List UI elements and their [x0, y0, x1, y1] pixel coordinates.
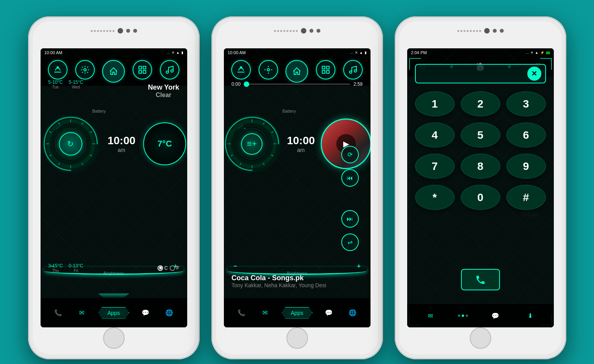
grid-icon-2 — [321, 65, 330, 74]
svg-point-24 — [240, 67, 242, 68]
home-button-2[interactable] — [286, 327, 308, 349]
wifi-2: ▲ — [360, 51, 363, 55]
dock-browser-1[interactable]: 🌐 — [162, 306, 177, 320]
sp-d3 — [470, 30, 472, 32]
weather-display: New York Clear — [148, 83, 179, 99]
svg-rect-4 — [139, 71, 142, 73]
sp-d3 — [476, 30, 478, 32]
dock-phone-2[interactable]: 📞 — [234, 306, 249, 320]
sensor-dot-5 — [493, 29, 496, 33]
forecast-label-2: Wed — [69, 85, 83, 89]
status-bar-3: 2:04 PM ... ✕ ▲ ⚡ ▮▮ — [407, 48, 554, 57]
sensor-dot-2 — [133, 29, 137, 33]
key-0[interactable]: 0 — [461, 185, 500, 210]
speaker-dot — [100, 30, 102, 32]
nav-music[interactable] — [160, 60, 179, 80]
celsius-radio[interactable]: C — [158, 265, 168, 271]
status-time-3: 2:04 PM — [411, 50, 427, 55]
home-button-1[interactable] — [103, 327, 124, 349]
svg-point-7 — [171, 70, 173, 72]
dock-phone-1[interactable]: 📞 — [51, 306, 66, 320]
brightness-plus-2[interactable]: + — [357, 263, 360, 270]
bottom-dock-2: 📞 ✉ Apps 💬 🌐 — [224, 298, 371, 327]
key-hash[interactable]: # — [506, 185, 546, 210]
speaker-dot — [94, 30, 96, 32]
sp-d — [283, 30, 285, 32]
keypad: 1 2 3 4 5 6 7 8 9 * 0 # — [415, 91, 546, 210]
celsius-label: C — [164, 265, 168, 271]
status-icons: ... ✕ ▲ ▮ — [167, 51, 183, 55]
clear-button[interactable]: ✕ — [527, 67, 541, 81]
nav-grid-2[interactable] — [316, 60, 335, 80]
forecast-temp-1: 5-10°C — [48, 80, 63, 85]
phone-screen-3: 2:04 PM ... ✕ ▲ ⚡ ▮▮ ⚙ 🏠 — [407, 48, 554, 327]
key-9[interactable]: 9 — [506, 154, 546, 179]
key-2[interactable]: 2 — [461, 91, 500, 117]
key-6[interactable]: 6 — [506, 122, 546, 148]
dialer-input-field[interactable]: ✕ — [415, 64, 546, 83]
brightness-minus-2[interactable]: − — [234, 263, 237, 270]
nav-grid[interactable] — [133, 60, 152, 80]
dock-message-2[interactable]: 💬 — [321, 306, 336, 320]
clock-display-1: 10:00 am — [108, 134, 136, 153]
forecast-label-thu: Thu — [48, 269, 63, 273]
nav-music-2[interactable] — [343, 60, 363, 80]
repeat-btn[interactable]: ⟳ — [341, 146, 359, 163]
refresh-btn[interactable]: ↻ — [59, 132, 82, 155]
progress-track[interactable] — [244, 83, 350, 85]
sp-d3 — [457, 30, 459, 32]
svg-point-1 — [84, 69, 86, 71]
prev-btn[interactable]: ⏮ — [341, 169, 359, 187]
svg-point-0 — [57, 67, 59, 68]
dock-email-2[interactable]: ✉ — [258, 306, 273, 320]
dock-browser-2[interactable]: 🌐 — [345, 306, 360, 320]
signal-3: ... — [526, 51, 529, 55]
forecast-fri: 0-13°C Fri — [69, 263, 83, 273]
dot-b2 — [462, 315, 464, 317]
dock-download-3[interactable]: ⬇ — [523, 308, 538, 323]
dock-apps-btn-1[interactable]: Apps — [98, 307, 129, 319]
fahrenheit-radio[interactable]: F — [170, 265, 179, 271]
status-time-2: 10:00 AM — [228, 50, 246, 55]
dock-apps-btn-2[interactable]: Apps — [281, 307, 312, 319]
sp-d3 — [466, 30, 468, 32]
key-star[interactable]: * — [415, 185, 455, 210]
phone-top-hardware-3 — [457, 28, 504, 34]
bottom-triangle-1 — [98, 293, 129, 298]
next-btn[interactable]: ⏭ — [341, 210, 359, 228]
dock-email-3[interactable]: ✉ — [423, 308, 438, 323]
nav-settings[interactable] — [75, 60, 95, 80]
nav-weather-2[interactable] — [231, 60, 251, 80]
sensor-dot-3 — [309, 29, 313, 33]
key-7[interactable]: 7 — [415, 154, 455, 179]
home-button-3[interactable] — [470, 327, 491, 349]
forecast-thu: 3-15°C Thu — [48, 263, 63, 273]
nav-dot-bottom-1 — [458, 315, 468, 317]
progress-thumb[interactable] — [244, 81, 249, 87]
dock-message-1[interactable]: 💬 — [138, 306, 153, 320]
clock-area-1: ↻ 10:00 am 7°C — [41, 115, 186, 173]
svg-rect-5 — [143, 71, 146, 73]
nav-weather[interactable] — [48, 60, 67, 80]
key-3[interactable]: 3 — [506, 91, 546, 117]
nav-home-2[interactable] — [285, 60, 308, 83]
svg-point-45 — [236, 128, 268, 159]
nav-settings-2[interactable] — [259, 60, 278, 80]
call-button[interactable] — [461, 269, 500, 290]
bottom-forecast: 3-15°C Thu 0-13°C Fri — [48, 263, 83, 273]
brightness-arc-2 — [228, 267, 367, 275]
key-8[interactable]: 8 — [461, 154, 500, 179]
city-name: New York — [148, 83, 179, 92]
nav-home[interactable] — [102, 60, 125, 83]
front-camera-2 — [301, 28, 306, 34]
forecast-label-fri: Fri — [69, 269, 83, 273]
wifi-3: ▲ — [535, 51, 539, 55]
dot-b1 — [458, 315, 460, 317]
speaker-dot — [103, 30, 105, 32]
dock-email-1[interactable]: ✉ — [74, 306, 89, 320]
front-camera-3 — [484, 28, 489, 34]
key-1[interactable]: 1 — [415, 91, 455, 117]
dock-message-3[interactable]: 💬 — [488, 308, 503, 323]
shuffle-btn[interactable]: ⇌ — [341, 233, 359, 251]
speaker-dot — [112, 30, 114, 32]
